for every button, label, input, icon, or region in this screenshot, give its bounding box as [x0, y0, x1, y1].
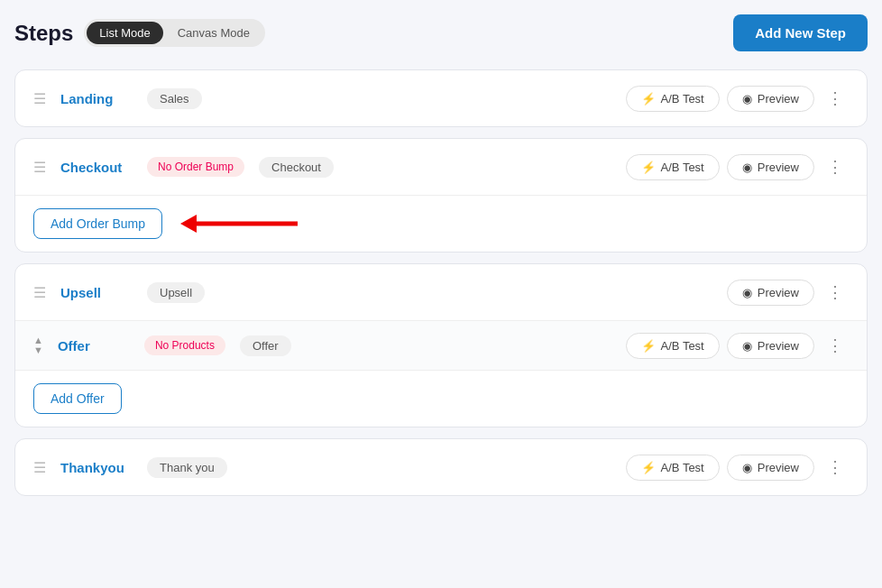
more-button-upsell[interactable]: ⋮ — [822, 279, 849, 306]
step-row-upsell: ☰ Upsell Upsell ◉ Preview ⋮ — [15, 264, 867, 320]
step-name-landing: Landing — [60, 91, 133, 106]
add-offer-row: Add Offer — [15, 370, 867, 427]
step-badge-landing: Sales — [147, 88, 202, 109]
add-order-bump-row: Add Order Bump — [15, 195, 867, 252]
action-group-thankyou: ⚡ A/B Test ◉ Preview ⋮ — [626, 454, 849, 481]
ab-test-button-checkout[interactable]: ⚡ A/B Test — [626, 154, 720, 180]
add-new-step-button[interactable]: Add New Step — [733, 14, 868, 51]
drag-icon-landing[interactable]: ☰ — [33, 90, 46, 107]
step-card-checkout: ☰ Checkout No Order Bump Checkout ⚡ A/B … — [14, 138, 868, 253]
list-mode-button[interactable]: List Mode — [87, 22, 162, 44]
step-name-thankyou: Thankyou — [60, 460, 133, 475]
step-card-landing: ☰ Landing Sales ⚡ A/B Test ◉ Preview ⋮ — [14, 69, 868, 127]
collapse-icon[interactable]: ▲ ▼ — [33, 335, 43, 355]
eye-icon-upsell: ◉ — [742, 286, 752, 299]
step-badge-upsell: Upsell — [147, 282, 205, 303]
drag-icon-upsell[interactable]: ☰ — [33, 284, 46, 301]
step-card-thankyou: ☰ Thankyou Thank you ⚡ A/B Test ◉ Previe… — [14, 438, 868, 496]
page-title: Steps — [14, 21, 73, 46]
step-row-landing: ☰ Landing Sales ⚡ A/B Test ◉ Preview ⋮ — [15, 70, 867, 126]
drag-icon-thankyou[interactable]: ☰ — [33, 459, 46, 476]
header-left: Steps List Mode Canvas Mode — [14, 19, 265, 47]
preview-button-thankyou[interactable]: ◉ Preview — [727, 455, 814, 481]
action-group-landing: ⚡ A/B Test ◉ Preview ⋮ — [626, 85, 849, 112]
ab-test-button-offer[interactable]: ⚡ A/B Test — [626, 333, 720, 359]
eye-icon-landing: ◉ — [742, 92, 752, 106]
add-order-bump-button[interactable]: Add Order Bump — [33, 208, 162, 239]
add-offer-button[interactable]: Add Offer — [33, 383, 122, 414]
more-button-offer[interactable]: ⋮ — [822, 332, 849, 359]
offer-subrow: ▲ ▼ Offer No Products Offer ⚡ A/B Test ◉… — [15, 320, 867, 370]
preview-button-upsell[interactable]: ◉ Preview — [727, 280, 814, 306]
ab-icon-landing: ⚡ — [641, 92, 656, 106]
no-order-bump-badge: No Order Bump — [147, 157, 244, 177]
step-badge-thankyou: Thank you — [147, 457, 227, 478]
drag-icon-checkout[interactable]: ☰ — [33, 159, 46, 176]
ab-test-button-landing[interactable]: ⚡ A/B Test — [626, 86, 720, 112]
offer-name: Offer — [58, 338, 130, 354]
eye-icon-offer: ◉ — [742, 339, 752, 353]
offer-badge: Offer — [240, 335, 291, 356]
more-button-landing[interactable]: ⋮ — [822, 85, 849, 112]
preview-button-offer[interactable]: ◉ Preview — [727, 333, 814, 359]
eye-icon-checkout: ◉ — [742, 161, 752, 174]
preview-button-checkout[interactable]: ◉ Preview — [727, 154, 814, 180]
action-group-offer: ⚡ A/B Test ◉ Preview ⋮ — [626, 332, 849, 359]
more-button-checkout[interactable]: ⋮ — [822, 153, 849, 180]
step-row-checkout: ☰ Checkout No Order Bump Checkout ⚡ A/B … — [15, 139, 867, 195]
more-button-thankyou[interactable]: ⋮ — [822, 454, 849, 481]
red-arrow-annotation — [171, 206, 316, 242]
step-card-upsell: ☰ Upsell Upsell ◉ Preview ⋮ ▲ ▼ Offer No… — [14, 263, 868, 427]
step-row-thankyou: ☰ Thankyou Thank you ⚡ A/B Test ◉ Previe… — [15, 439, 867, 495]
action-group-upsell: ◉ Preview ⋮ — [727, 279, 849, 306]
mode-toggle: List Mode Canvas Mode — [84, 19, 265, 47]
step-name-checkout: Checkout — [60, 160, 133, 175]
page-header: Steps List Mode Canvas Mode Add New Step — [14, 14, 868, 51]
arrow-svg — [171, 206, 316, 242]
ab-icon-offer: ⚡ — [641, 339, 656, 353]
action-group-checkout: ⚡ A/B Test ◉ Preview ⋮ — [626, 153, 849, 180]
svg-marker-1 — [180, 215, 197, 233]
eye-icon-thankyou: ◉ — [742, 461, 752, 474]
preview-button-landing[interactable]: ◉ Preview — [727, 86, 814, 112]
canvas-mode-button[interactable]: Canvas Mode — [165, 22, 262, 44]
ab-test-button-thankyou[interactable]: ⚡ A/B Test — [626, 455, 720, 481]
ab-icon-thankyou: ⚡ — [641, 461, 656, 474]
step-badge-checkout: Checkout — [259, 157, 334, 178]
step-name-upsell: Upsell — [60, 285, 133, 300]
no-products-badge: No Products — [144, 335, 225, 355]
ab-icon-checkout: ⚡ — [641, 161, 656, 174]
